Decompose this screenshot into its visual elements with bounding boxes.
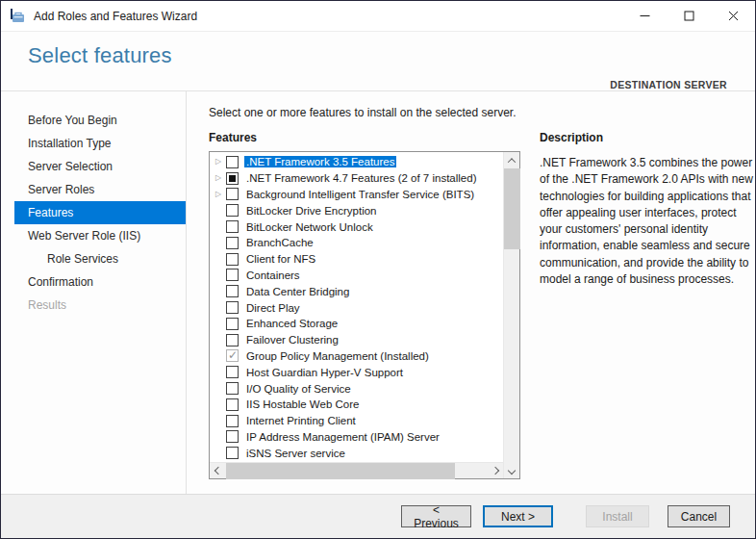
feature-checkbox[interactable] — [226, 172, 239, 185]
feature-row[interactable]: .NET Framework 3.5 Features — [210, 154, 503, 170]
feature-row[interactable]: Enhanced Storage — [210, 316, 503, 332]
feature-label[interactable]: BranchCache — [244, 237, 315, 248]
nav-item-before-you-begin[interactable]: Before You Begin — [14, 109, 186, 132]
feature-checkbox[interactable] — [226, 447, 239, 459]
feature-row[interactable]: .NET Framework 4.7 Features (2 of 7 inst… — [210, 170, 503, 187]
scroll-down-button[interactable] — [504, 462, 520, 478]
feature-row[interactable]: Failover Clustering — [210, 332, 503, 348]
feature-label[interactable]: .NET Framework 4.7 Features (2 of 7 inst… — [244, 172, 478, 184]
feature-row[interactable]: Direct Play — [210, 299, 503, 316]
feature-label[interactable]: Failover Clustering — [244, 334, 340, 346]
feature-row[interactable]: Background Intelligent Transfer Service … — [210, 187, 503, 203]
chevron-down-icon — [508, 466, 516, 474]
feature-row[interactable]: Containers — [210, 268, 503, 284]
features-listbox: .NET Framework 3.5 Features.NET Framewor… — [209, 151, 520, 479]
feature-label[interactable]: iSNS Server service — [244, 448, 347, 459]
nav-item-role-services[interactable]: Role Services — [14, 247, 186, 270]
feature-checkbox[interactable] — [226, 285, 239, 297]
feature-checkbox[interactable] — [226, 204, 239, 217]
nav-item-features[interactable]: Features — [14, 201, 186, 224]
vertical-scroll-thumb[interactable] — [504, 168, 520, 249]
feature-label[interactable]: Enhanced Storage — [244, 318, 340, 329]
feature-label[interactable]: BitLocker Drive Encryption — [244, 205, 379, 217]
feature-checkbox[interactable] — [226, 220, 239, 233]
feature-row[interactable]: Group Policy Management (Installed) — [210, 348, 503, 365]
feature-checkbox[interactable] — [226, 301, 239, 314]
server-manager-icon — [10, 9, 26, 23]
previous-button[interactable]: < Previous — [401, 505, 471, 527]
chevron-up-icon — [508, 158, 516, 166]
next-button[interactable]: Next > — [483, 505, 553, 527]
feature-label[interactable]: Group Policy Management (Installed) — [244, 350, 431, 362]
wizard-body: Before You BeginInstallation TypeServer … — [1, 91, 755, 494]
feature-label[interactable]: IP Address Management (IPAM) Server — [244, 431, 441, 443]
wizard-footer: < Previous Next > Install Cancel — [1, 494, 755, 538]
scroll-right-button[interactable] — [487, 463, 503, 479]
page-title: Select features — [28, 43, 172, 68]
feature-label[interactable]: Internet Printing Client — [244, 415, 358, 426]
feature-row[interactable]: Client for NFS — [210, 251, 503, 268]
feature-label[interactable]: BitLocker Network Unlock — [244, 221, 375, 233]
feature-checkbox[interactable] — [226, 398, 239, 411]
feature-checkbox[interactable] — [226, 366, 239, 378]
feature-label[interactable]: Background Intelligent Transfer Service … — [244, 189, 476, 200]
features-list: .NET Framework 3.5 Features.NET Framewor… — [210, 152, 503, 478]
expander-icon[interactable] — [215, 157, 226, 167]
feature-checkbox[interactable] — [226, 430, 239, 443]
destination-server-label: DESTINATION SERVER — [610, 79, 727, 90]
horizontal-scroll-thumb[interactable] — [226, 463, 455, 479]
feature-checkbox[interactable] — [226, 382, 239, 395]
chevron-left-icon — [214, 467, 221, 475]
feature-label[interactable]: I/O Quality of Service — [244, 383, 353, 395]
nav-item-installation-type[interactable]: Installation Type — [14, 132, 186, 155]
feature-label[interactable]: .NET Framework 3.5 Features — [244, 156, 396, 167]
install-button: Install — [586, 505, 649, 527]
close-button[interactable] — [711, 1, 755, 32]
nav-item-confirmation[interactable]: Confirmation — [14, 270, 186, 294]
feature-checkbox[interactable] — [226, 318, 239, 330]
feature-row[interactable]: Data Center Bridging — [210, 283, 503, 299]
feature-row[interactable]: BranchCache — [210, 235, 503, 251]
nav-item-web-server-role-iis-[interactable]: Web Server Role (IIS) — [14, 224, 186, 247]
cancel-button[interactable]: Cancel — [668, 505, 730, 527]
vertical-scrollbar[interactable] — [503, 152, 519, 478]
nav-item-server-selection[interactable]: Server Selection — [14, 155, 186, 178]
expander-icon[interactable] — [215, 190, 226, 199]
description-text: .NET Framework 3.5 combines the power of… — [540, 155, 753, 288]
wizard-header: Select features DESTINATION SERVER — [1, 32, 755, 91]
scroll-up-button[interactable] — [504, 152, 520, 168]
feature-checkbox[interactable] — [226, 188, 239, 200]
feature-row[interactable]: I/O Quality of Service — [210, 380, 503, 397]
wizard-nav: Before You BeginInstallation TypeServer … — [1, 91, 187, 494]
features-list-label: Features — [209, 131, 257, 144]
scroll-left-button[interactable] — [210, 463, 226, 479]
feature-row[interactable]: Internet Printing Client — [210, 413, 503, 429]
feature-checkbox[interactable] — [226, 253, 239, 266]
window-title: Add Roles and Features Wizard — [34, 10, 197, 23]
feature-checkbox[interactable] — [226, 415, 239, 427]
feature-label[interactable]: IIS Hostable Web Core — [244, 398, 361, 410]
feature-checkbox[interactable] — [226, 269, 239, 281]
description-title: Description — [540, 131, 603, 144]
feature-checkbox[interactable] — [226, 156, 239, 168]
horizontal-scrollbar[interactable] — [210, 462, 503, 478]
feature-row[interactable]: IIS Hostable Web Core — [210, 397, 503, 413]
feature-label[interactable]: Containers — [244, 270, 302, 281]
minimize-button[interactable] — [622, 1, 667, 32]
nav-item-server-roles[interactable]: Server Roles — [14, 178, 186, 201]
chevron-right-icon — [491, 467, 498, 475]
feature-label[interactable]: Host Guardian Hyper-V Support — [244, 367, 405, 378]
expander-icon[interactable] — [215, 173, 226, 183]
feature-row[interactable]: IP Address Management (IPAM) Server — [210, 429, 503, 446]
feature-row[interactable]: BitLocker Drive Encryption — [210, 202, 503, 218]
feature-checkbox[interactable] — [226, 237, 239, 249]
feature-checkbox[interactable] — [226, 334, 239, 346]
feature-row[interactable]: BitLocker Network Unlock — [210, 218, 503, 235]
feature-checkbox — [226, 349, 239, 362]
feature-label[interactable]: Data Center Bridging — [244, 286, 351, 297]
feature-label[interactable]: Client for NFS — [244, 253, 317, 265]
feature-label[interactable]: Direct Play — [244, 302, 302, 314]
feature-row[interactable]: Host Guardian Hyper-V Support — [210, 364, 503, 380]
feature-row[interactable]: iSNS Server service — [210, 445, 503, 461]
maximize-button[interactable] — [667, 1, 711, 32]
